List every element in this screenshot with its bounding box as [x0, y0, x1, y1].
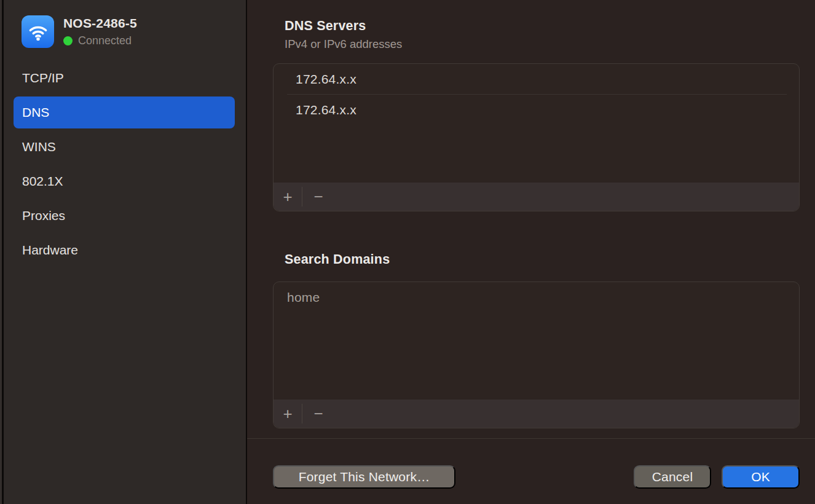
sidebar: NOS-2486-5 Connected TCP/IP DNS WINS 802…: [0, 0, 247, 504]
dns-servers-list: 172.64.x.x 172.64.x.x + −: [273, 63, 800, 211]
search-domains-toolbar: + −: [274, 400, 799, 428]
dns-settings-panel: DNS Servers IPv4 or IPv6 addresses 172.6…: [247, 0, 815, 504]
sidebar-item-tcpip[interactable]: TCP/IP: [14, 62, 235, 94]
cancel-button[interactable]: Cancel: [634, 465, 711, 489]
network-header: NOS-2486-5 Connected: [22, 15, 137, 48]
sidebar-item-wins[interactable]: WINS: [14, 131, 235, 163]
sidebar-item-8021x[interactable]: 802.1X: [14, 165, 235, 197]
window-edge: [0, 0, 4, 504]
add-dns-server-button[interactable]: +: [274, 183, 302, 211]
network-meta: NOS-2486-5 Connected: [63, 16, 137, 47]
ok-button[interactable]: OK: [722, 465, 800, 489]
dns-servers-title: DNS Servers: [285, 18, 366, 34]
connected-label: Connected: [78, 34, 132, 47]
network-name: NOS-2486-5: [63, 16, 137, 31]
footer-divider: [247, 438, 815, 439]
sidebar-item-proxies[interactable]: Proxies: [14, 200, 235, 232]
wifi-icon: [22, 15, 54, 48]
dns-server-row[interactable]: 172.64.x.x: [274, 95, 799, 125]
search-domain-row[interactable]: home: [274, 282, 799, 312]
dns-servers-toolbar: + −: [274, 183, 799, 211]
search-domains-list: home + −: [273, 282, 800, 428]
network-details-sheet: NOS-2486-5 Connected TCP/IP DNS WINS 802…: [0, 0, 815, 504]
remove-search-domain-button[interactable]: −: [302, 400, 334, 428]
forget-network-button[interactable]: Forget This Network…: [273, 465, 455, 489]
network-status: Connected: [63, 34, 137, 47]
sidebar-item-dns[interactable]: DNS: [14, 96, 235, 128]
add-search-domain-button[interactable]: +: [274, 400, 302, 428]
search-domains-title: Search Domains: [285, 252, 390, 267]
connected-dot-icon: [63, 36, 73, 45]
remove-dns-server-button[interactable]: −: [302, 183, 334, 211]
sidebar-nav: TCP/IP DNS WINS 802.1X Proxies Hardware: [14, 62, 235, 269]
dns-server-row[interactable]: 172.64.x.x: [274, 64, 799, 94]
dns-servers-subtitle: IPv4 or IPv6 addresses: [285, 37, 402, 51]
sidebar-item-hardware[interactable]: Hardware: [14, 234, 235, 266]
